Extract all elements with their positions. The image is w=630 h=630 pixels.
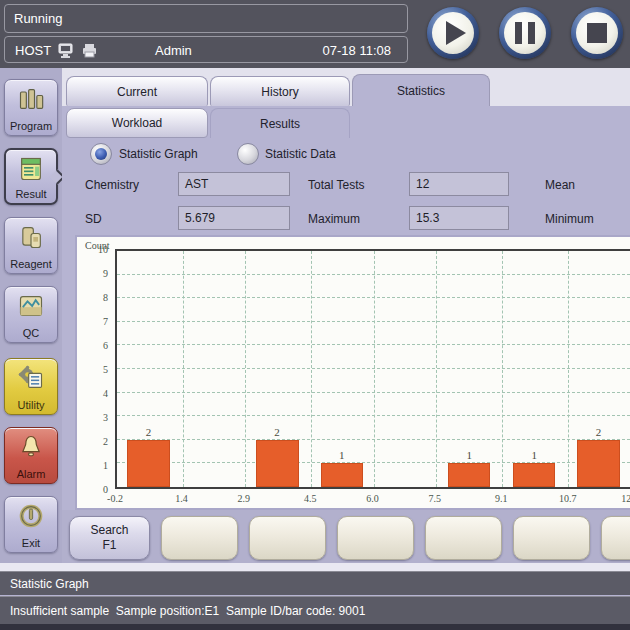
chart-panel: Count 012345678910 221112 -0.21.42.94.56… bbox=[75, 235, 630, 510]
sidebar-item-label: Alarm bbox=[17, 468, 46, 480]
tab-statistics[interactable]: Statistics bbox=[352, 74, 490, 106]
x-tick-label: 12.2 bbox=[621, 493, 630, 504]
y-tick-label: 6 bbox=[103, 340, 108, 351]
y-tick-label: 5 bbox=[103, 364, 108, 375]
sd-field[interactable]: 5.679 bbox=[178, 206, 290, 230]
footer-button-1[interactable] bbox=[161, 516, 238, 560]
sidebar-item-exit[interactable]: Exit bbox=[4, 496, 58, 553]
footer-button-2[interactable] bbox=[249, 516, 326, 560]
v-gridline bbox=[374, 251, 375, 487]
chemistry-label: Chemistry bbox=[85, 178, 139, 192]
total-tests-field[interactable]: 12 bbox=[409, 172, 509, 196]
program-icon bbox=[17, 85, 45, 113]
play-button[interactable] bbox=[427, 7, 479, 59]
chart-y-ticks: 012345678910 bbox=[77, 249, 111, 489]
top-bar: Running HOST Admin 07-18 11:08 bbox=[0, 0, 630, 68]
sidebar: Program Result Reagent bbox=[0, 68, 62, 563]
sidebar-item-label: Program bbox=[10, 120, 52, 132]
chart-bar bbox=[448, 463, 490, 487]
sidebar-item-label: QC bbox=[23, 327, 40, 339]
total-tests-label: Total Tests bbox=[308, 178, 364, 192]
sd-label: SD bbox=[85, 212, 102, 226]
bar-value-label: 2 bbox=[577, 426, 620, 438]
status-bar-message: Insufficient sample Sample position:E1 S… bbox=[0, 596, 630, 624]
v-gridline bbox=[436, 251, 437, 487]
maximum-field[interactable]: 15.3 bbox=[409, 206, 509, 230]
tab-label: Workload bbox=[112, 116, 162, 130]
tab-history[interactable]: History bbox=[210, 76, 350, 106]
chemistry-field[interactable]: AST bbox=[178, 172, 290, 196]
analyzer-screen: Running HOST Admin 07-18 11:08 bbox=[0, 0, 630, 630]
x-tick-label: -0.2 bbox=[107, 493, 123, 504]
search-f1-button[interactable]: Search F1 bbox=[69, 516, 150, 560]
qc-icon bbox=[17, 292, 45, 320]
footer-button-strip: Search F1 bbox=[62, 510, 630, 565]
footer-button-6[interactable] bbox=[601, 516, 630, 560]
statistic-graph-radio-label: Statistic Graph bbox=[119, 147, 198, 161]
statistic-graph-radio[interactable] bbox=[90, 143, 112, 165]
x-tick-label: 2.9 bbox=[238, 493, 251, 504]
stop-icon bbox=[576, 12, 618, 54]
v-gridline bbox=[245, 251, 246, 487]
tab-label: History bbox=[261, 85, 298, 99]
utility-icon bbox=[17, 364, 45, 392]
x-tick-label: 6.0 bbox=[366, 493, 379, 504]
datetime: 07-18 11:08 bbox=[323, 42, 391, 57]
sidebar-item-utility[interactable]: Utility bbox=[4, 358, 58, 415]
sidebar-item-alarm[interactable]: Alarm bbox=[4, 427, 58, 484]
y-tick-label: 4 bbox=[103, 388, 108, 399]
statistic-data-radio[interactable] bbox=[237, 143, 259, 165]
pause-icon bbox=[504, 12, 546, 54]
printer-icon bbox=[81, 42, 98, 59]
sidebar-item-reagent[interactable]: Reagent bbox=[4, 217, 58, 274]
main-panel: Current History Statistics Workload Resu… bbox=[62, 68, 630, 563]
status-bar-view: Statistic Graph bbox=[0, 571, 630, 595]
x-tick-label: 4.5 bbox=[304, 493, 317, 504]
reagent-icon bbox=[17, 223, 45, 251]
chart-bar bbox=[577, 440, 620, 487]
sidebar-item-label: Exit bbox=[22, 537, 40, 549]
run-status-box: Running bbox=[4, 4, 408, 33]
v-gridline bbox=[502, 251, 503, 487]
footer-button-3[interactable] bbox=[337, 516, 414, 560]
alarm-icon bbox=[17, 433, 45, 461]
sidebar-item-label: Utility bbox=[18, 399, 45, 411]
v-gridline bbox=[183, 251, 184, 487]
play-icon bbox=[432, 12, 474, 54]
v-gridline bbox=[311, 251, 312, 487]
tab-workload[interactable]: Workload bbox=[66, 108, 208, 138]
total-tests-value: 12 bbox=[416, 177, 429, 191]
pause-button[interactable] bbox=[499, 7, 551, 59]
mean-label: Mean bbox=[545, 178, 575, 192]
chart-bar bbox=[256, 440, 299, 487]
x-tick-label: 7.5 bbox=[429, 493, 442, 504]
tab-label: Statistics bbox=[397, 84, 445, 98]
x-tick-label: 10.7 bbox=[559, 493, 577, 504]
minimum-label: Minimum bbox=[545, 212, 594, 226]
host-label: HOST bbox=[15, 42, 51, 57]
sd-value: 5.679 bbox=[185, 211, 215, 225]
monitor-icon bbox=[57, 42, 74, 59]
divider-strip bbox=[0, 563, 630, 571]
sidebar-item-qc[interactable]: QC bbox=[4, 286, 58, 343]
y-tick-label: 3 bbox=[103, 412, 108, 423]
sidebar-item-result[interactable]: Result bbox=[4, 148, 58, 205]
sidebar-item-program[interactable]: Program bbox=[4, 79, 58, 136]
bar-value-label: 1 bbox=[513, 449, 555, 461]
maximum-label: Maximum bbox=[308, 212, 360, 226]
chart-bar bbox=[513, 463, 555, 487]
status-view-text: Statistic Graph bbox=[10, 577, 89, 591]
radio-row: Statistic Graph Statistic Data bbox=[62, 143, 630, 165]
chart-bar bbox=[127, 440, 170, 487]
tab-results[interactable]: Results bbox=[210, 108, 350, 138]
run-status-text: Running bbox=[14, 11, 62, 26]
footer-button-4[interactable] bbox=[425, 516, 502, 560]
y-tick-label: 9 bbox=[103, 268, 108, 279]
footer-button-5[interactable] bbox=[513, 516, 590, 560]
y-tick-label: 7 bbox=[103, 316, 108, 327]
stop-button[interactable] bbox=[571, 7, 623, 59]
radio-selected-dot bbox=[95, 148, 107, 160]
tab-current[interactable]: Current bbox=[66, 76, 208, 106]
maximum-value: 15.3 bbox=[416, 211, 439, 225]
sidebar-item-label: Reagent bbox=[10, 258, 52, 270]
